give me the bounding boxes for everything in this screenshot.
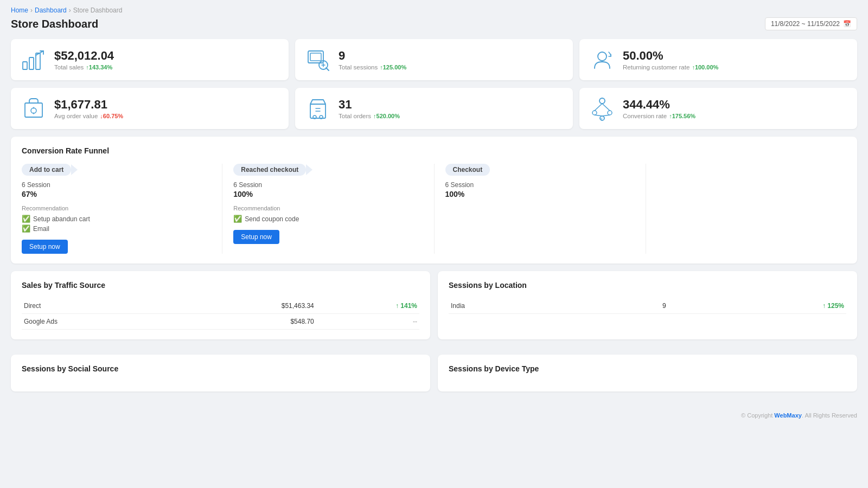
returning-customer-value: 50.00% [623,49,847,63]
funnel-step-checkout: Checkout 6 Session 100% [445,164,646,254]
traffic-value-0: $51,463.34 [159,298,325,314]
funnel-section: Conversion Rate Funnel Add to cart 6 Ses… [11,137,857,264]
svg-rect-0 [23,62,27,69]
total-sessions-change: 125.00% [380,64,406,70]
funnel-rec-label-1: Recommendation [233,205,423,211]
funnel-badge-checkout: Checkout [445,164,490,176]
social-device-row: Sessions by Social Source Sessions by De… [11,355,857,399]
date-range-picker[interactable]: 11/8/2022 ~ 11/15/2022 📅 [765,17,857,30]
date-range-text: 11/8/2022 ~ 11/15/2022 [771,20,840,28]
funnel-step-empty [657,164,846,254]
setup-now-button-0[interactable]: Setup now [22,240,68,254]
funnel-pct-0: 67% [22,190,211,198]
kpi-content-total-sales: $52,012.04 Total sales 143.34% [54,49,279,70]
location-0: India [449,298,569,314]
sessions-icon [305,47,331,73]
kpi-card-avg-order: $1,677.81 Avg order value 60.75% [11,88,289,129]
svg-line-24 [602,104,610,111]
funnel-rec-item-0-0: ✅ Setup abandun cart [22,215,211,223]
kpi-content-conversion-rate: 344.44% Conversion rate 175.56% [623,98,847,119]
funnel-step-reached-checkout: Reached checkout 6 Session 100% Recommen… [233,164,434,254]
avg-order-label: Avg order value 60.75% [54,113,279,119]
svg-rect-2 [36,53,40,69]
kpi-card-total-orders: 31 Total orders 520.00% [295,88,573,129]
kpi-content-total-orders: 31 Total orders 520.00% [339,98,563,119]
svg-point-21 [608,111,612,115]
sessions-by-social-section: Sessions by Social Source [11,355,430,391]
order-icon [21,95,47,121]
sessions-location-title: Sessions by Location [449,281,846,290]
sales-traffic-table: Direct $51,463.34 ↑ 141% Google Ads $548… [22,298,419,330]
breadcrumb-home[interactable]: Home [11,7,28,14]
page-footer: © Copyright WebMaxy. All Rights Reserved [11,407,857,419]
funnel-rec-label-0: Recommendation [22,205,211,211]
funnel-sessions-2: 6 Session [445,181,635,189]
sessions-location-table: India 9 ↑ 125% [449,298,846,314]
funnel-rec-item-0-1: ✅ Email [22,224,211,233]
breadcrumb-current: Store Dashboard [73,7,123,14]
funnel-pct-2: 100% [445,190,635,198]
conversion-icon: $ [589,95,615,121]
svg-point-20 [592,111,597,115]
customer-icon [589,47,615,73]
total-sales-value: $52,012.04 [54,49,279,63]
total-sessions-label: Total sessions 125.00% [339,64,563,70]
avg-order-change: 60.75% [100,113,123,119]
sessions-by-device-section: Sessions by Device Type [438,355,857,391]
breadcrumb-dashboard[interactable]: Dashboard [35,7,67,14]
avg-order-value: $1,677.81 [54,98,279,112]
kpi-grid-row1: $52,012.04 Total sales 143.34% [11,39,857,80]
page-header: Store Dashboard 11/8/2022 ~ 11/15/2022 📅 [11,17,857,30]
funnel-title: Conversion Rate Funnel [22,146,846,155]
sales-traffic-title: Sales by Traffic Source [22,281,419,290]
svg-line-26 [602,115,610,116]
total-sales-label: Total sales 143.34% [54,64,279,70]
svg-point-9 [598,52,607,61]
total-orders-value: 31 [339,98,563,112]
breadcrumb-sep1: › [30,7,33,14]
kpi-card-returning-customer: 50.00% Returning customer rate 100.00% [579,39,857,80]
kpi-grid-row2: $1,677.81 Avg order value 60.75% [11,88,857,129]
page-title: Store Dashboard [11,18,98,30]
total-sessions-value: 9 [339,49,563,63]
total-orders-label: Total orders 520.00% [339,113,563,119]
funnel-pct-1: 100% [233,190,423,198]
svg-rect-4 [310,53,321,61]
analytics-row: Sales by Traffic Source Direct $51,463.3… [11,271,857,347]
svg-line-25 [595,115,602,116]
svg-line-23 [595,104,602,111]
location-change-0: ↑ 125% [677,298,846,314]
kpi-card-conversion-rate: $ 344.44% Conversion rate 175.56% [579,88,857,129]
kpi-content-returning-customer: 50.00% Returning customer rate 100.00% [623,49,847,70]
breadcrumb: Home › Dashboard › Store Dashboard [11,7,857,14]
sessions-by-location-section: Sessions by Location India 9 ↑ 125% [438,271,857,339]
svg-line-6 [326,68,329,70]
sales-icon [21,47,47,73]
sales-by-traffic-section: Sales by Traffic Source Direct $51,463.3… [11,271,430,339]
rec-check-icon-0-0: ✅ [22,215,30,223]
funnel-sessions-1: 6 Session [233,181,423,189]
footer-brand-link[interactable]: WebMaxy [774,412,802,419]
orders-icon [305,95,331,121]
calendar-icon: 📅 [843,20,851,28]
sessions-device-title: Sessions by Device Type [449,364,846,373]
svg-rect-10 [25,103,42,117]
total-sales-change: 143.34% [86,64,112,70]
sessions-social-title: Sessions by Social Source [22,364,419,373]
kpi-content-avg-order: $1,677.81 Avg order value 60.75% [54,98,279,119]
svg-rect-1 [29,57,34,69]
conversion-rate-label: Conversion rate 175.56% [623,113,847,119]
setup-now-button-1[interactable]: Setup now [233,230,279,244]
table-row: India 9 ↑ 125% [449,298,846,314]
returning-customer-change: 100.00% [692,64,718,70]
conversion-rate-value: 344.44% [623,98,847,112]
table-row: Google Ads $548.70 -- [22,314,419,330]
returning-customer-label: Returning customer rate 100.00% [623,64,847,70]
rec-check-icon-0-1: ✅ [22,224,30,233]
total-orders-change: 520.00% [373,113,400,119]
table-row: Direct $51,463.34 ↑ 141% [22,298,419,314]
traffic-value-1: $548.70 [159,314,325,330]
funnel-steps: Add to cart 6 Session 67% Recommendation… [22,164,846,254]
traffic-change-1: -- [325,314,419,330]
funnel-sessions-0: 6 Session [22,181,211,189]
